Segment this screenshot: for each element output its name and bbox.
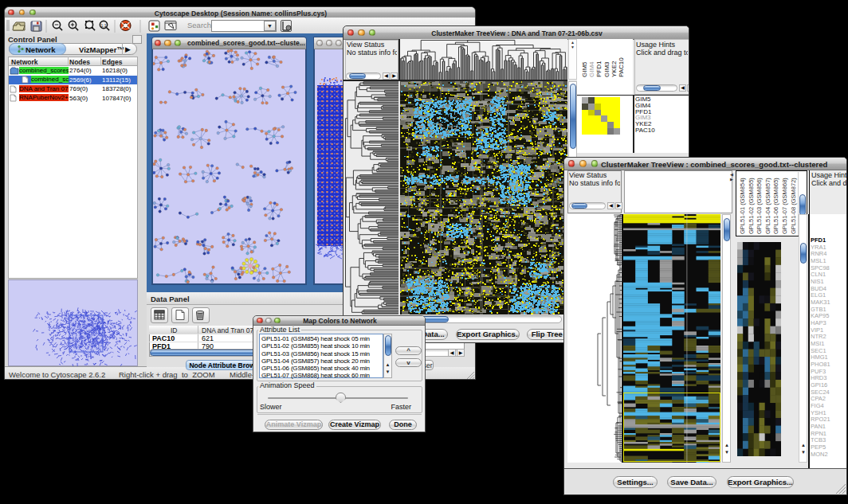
svg-text:1:1: 1:1 xyxy=(101,23,107,28)
